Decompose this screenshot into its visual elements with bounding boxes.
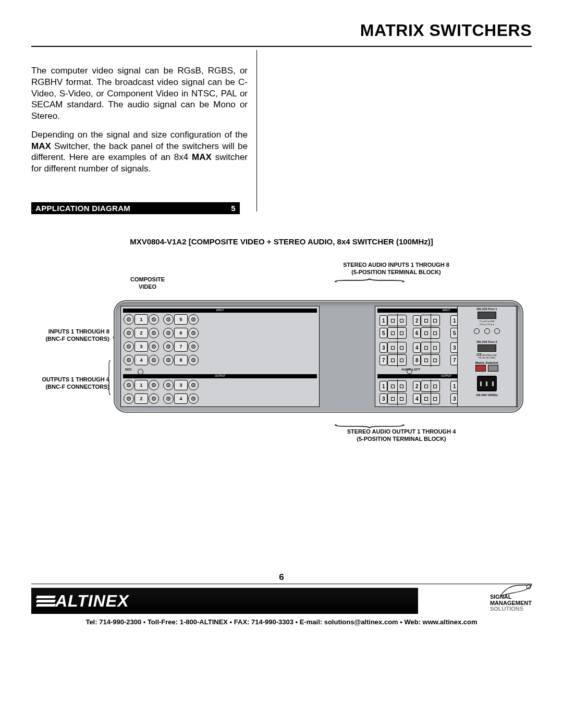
audio-in-left-col: 48 (413, 341, 440, 367)
svg-point-7 (193, 319, 194, 320)
video-input-row: 37 (123, 341, 199, 352)
terminal-block (387, 342, 407, 353)
switcher-chassis: INPUT 15263748 RED OUTPUT 1324 INPUT 153… (115, 301, 522, 412)
bnc-connector (163, 328, 174, 338)
svg-point-43 (153, 398, 154, 399)
bnc-connector (188, 341, 199, 352)
sms-l3: SOLUTIONS (490, 606, 523, 612)
terminal-number: 3 (380, 342, 387, 353)
bnc-pair-2: 2 (123, 393, 160, 404)
label-rs232-2: RS-232 Port 2 (458, 340, 516, 343)
body-column: The computer video signal can be RGsB, R… (31, 65, 248, 182)
ce-block: C€ MXV0804-V1A2RS-232 SET REQ (458, 353, 516, 359)
terminal-block (421, 354, 440, 366)
svg-point-17 (128, 346, 129, 347)
terminal-number: 3 (380, 393, 387, 404)
terminal-block (387, 393, 407, 404)
terminal-number: 1 (380, 315, 387, 326)
svg-point-5 (168, 319, 169, 320)
rs232-port-2 (478, 344, 496, 352)
power-switch (475, 365, 486, 372)
svg-point-31 (193, 360, 194, 361)
svg-point-35 (153, 385, 154, 386)
sms-l1: SIGNAL (490, 594, 512, 600)
bnc-connector (149, 314, 159, 325)
bnc-pair-3: 3 (163, 380, 199, 390)
bnc-connector (124, 355, 134, 365)
bnc-connector (163, 355, 174, 365)
port1-legend: TX ● RX ● GNDRTS ● CTS ● ● (458, 320, 516, 326)
sms-l2: MANAGEMENT (490, 600, 532, 606)
rs232-port-1 (478, 312, 496, 319)
status-led-2 (484, 328, 490, 334)
bnc-connector (124, 393, 134, 404)
column-divider (256, 50, 257, 212)
terminal-block (387, 315, 407, 326)
footer-contact: Tel: 714-990-2300 • Toll-Free: 1-800-ALT… (31, 618, 532, 626)
bnc-number: 4 (134, 355, 148, 365)
terminal-number: 1 (380, 381, 387, 391)
terminal-block (387, 354, 407, 366)
video-input-row: 15 (123, 314, 199, 325)
bnc-connector (124, 328, 134, 338)
svg-point-11 (153, 332, 154, 334)
label-outputs: OUTPUTS 1 THROUGH 4(BNC-F CONNECTORS) (26, 376, 109, 391)
label-rs232-1: RS-232 Port 1 (458, 307, 516, 311)
bnc-number: 2 (134, 328, 148, 338)
brace-audio-in: { (333, 277, 416, 283)
svg-point-3 (153, 319, 154, 320)
terminal-block (387, 327, 407, 339)
audio-out-left-col: 24 (413, 379, 440, 405)
audio-terminal-8: 8 (413, 354, 440, 366)
audio-terminal-4: 4 (413, 393, 440, 404)
bnc-pair-2: 2 (123, 328, 160, 338)
audio-in-left-col: 15 (380, 314, 407, 340)
section-bar: APPLICATION DIAGRAM 5 (31, 202, 240, 214)
audio-in-left-col: 37 (380, 341, 407, 367)
bnc-connector (188, 393, 199, 404)
bnc-connector (163, 393, 174, 404)
bnc-connector (188, 355, 199, 365)
p2-a: Depending on the signal and size configu… (31, 130, 248, 140)
bnc-pair-4: 4 (123, 355, 160, 365)
audio-terminal-6: 6 (413, 327, 440, 339)
svg-point-37 (168, 385, 169, 386)
svg-point-41 (128, 398, 129, 399)
bnc-pair-1: 1 (123, 314, 160, 325)
sms-logo: SIGNAL MANAGEMENT SOLUTIONS (484, 587, 532, 614)
brand-stripes-icon (36, 594, 53, 608)
bnc-number: 4 (174, 393, 188, 404)
bnc-connector (124, 341, 134, 352)
terminal-block (421, 315, 440, 326)
bnc-number: 1 (134, 314, 148, 325)
audio-out-left-col: 13 (380, 379, 407, 405)
video-output-row: 13 (123, 379, 199, 391)
terminal-number: 6 (413, 328, 421, 338)
terminal-number: 2 (413, 381, 421, 391)
svg-point-21 (168, 346, 169, 347)
bnc-number: 1 (134, 380, 148, 390)
bnc-connector (163, 314, 174, 325)
diagram-title: MXV0804-V1A2 [COMPOSITE VIDEO + STEREO A… (31, 237, 532, 246)
ac-inlet (477, 376, 497, 391)
power-switch-2 (488, 365, 498, 372)
section-label: APPLICATION DIAGRAM (35, 204, 130, 213)
bnc-connector (149, 380, 159, 390)
svg-point-27 (153, 360, 154, 361)
bnc-pair-4: 4 (163, 393, 199, 404)
bnc-pair-7: 7 (163, 341, 199, 352)
terminal-block (421, 342, 440, 353)
footer-brand-band: ALTINEX (31, 588, 418, 614)
bnc-connector (149, 355, 159, 365)
terminal-block (421, 380, 440, 392)
bnc-connector (149, 328, 159, 338)
bnc-connector (149, 341, 159, 352)
audio-terminal-3: 3 (380, 393, 407, 404)
svg-point-1 (128, 319, 129, 320)
bnc-connector (124, 380, 134, 390)
bnc-number: 6 (174, 328, 188, 338)
terminal-number: 4 (413, 342, 421, 353)
bnc-number: 3 (134, 341, 148, 352)
bnc-number: 2 (134, 393, 148, 404)
bnc-connector (188, 380, 199, 390)
